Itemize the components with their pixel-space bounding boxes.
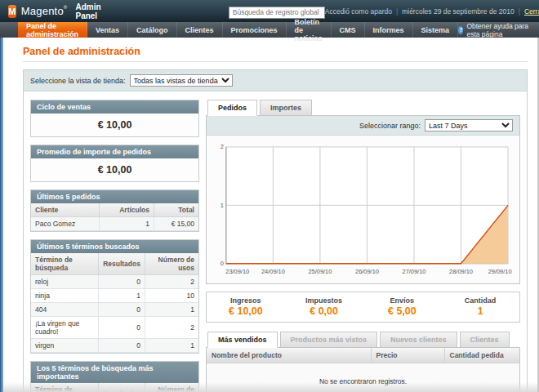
last-orders-body: Paco Gomez1€ 15,00 xyxy=(31,217,198,231)
svg-text:23/09/10: 23/09/10 xyxy=(225,268,249,275)
logout-link[interactable]: Cerrar Sesión xyxy=(524,7,539,16)
col-nombre-del-producto: Nombre del producto xyxy=(207,348,371,363)
nav-item-sistema[interactable]: Sistema xyxy=(413,22,459,38)
stat-value: € 0,00 xyxy=(285,305,363,317)
global-search-input[interactable] xyxy=(229,7,325,19)
nav-item-catalogo[interactable]: Catálogo xyxy=(128,22,177,38)
help-link[interactable]: ? Obtener ayuda para esta página xyxy=(458,22,539,38)
store-view-label: Seleccione la vista de tienda: xyxy=(30,77,126,85)
orders-chart: 01223/09/1024/09/1025/09/1026/09/1027/09… xyxy=(207,136,519,283)
svg-text:28/09/10: 28/09/10 xyxy=(449,268,473,275)
last-search-header: Término de búsquedaResultadosNúmero de u… xyxy=(31,253,198,275)
last-orders-header: ClienteArtículosTotal xyxy=(31,203,198,217)
logged-in-as: Accedió como apardo xyxy=(325,7,392,16)
dashboard-container: Seleccione la vista de tienda: Todas las… xyxy=(23,69,528,392)
totals-bar: Ingresos€ 10,00Impuestos€ 0,00Envíos€ 5,… xyxy=(206,292,520,323)
last-search-title: Últimos 5 términos buscados xyxy=(31,240,198,253)
range-bar: Seleccionar rango: Last 7 Days xyxy=(207,116,519,136)
cell-num: € 15,00 xyxy=(154,217,198,231)
svg-text:29/09/10: 29/09/10 xyxy=(488,268,512,275)
nav-item-informes[interactable]: Informes xyxy=(365,22,413,38)
tab-importes[interactable]: Importes xyxy=(260,100,312,116)
cell-num: 1 xyxy=(99,289,145,303)
top-search-title: Los 5 términos de búsqueda más important… xyxy=(31,362,198,383)
col-precio: Precio xyxy=(371,348,444,363)
tab-clientes[interactable]: Clientes xyxy=(460,332,510,348)
tab-productos-mas-vistos[interactable]: Productos más vistos xyxy=(280,332,378,348)
main-nav: Panel de administraciónVentasCatálogoCli… xyxy=(0,22,539,38)
logo-title-text: Magento xyxy=(21,5,64,17)
stat-label: Envíos xyxy=(363,296,442,305)
col-articulos: Artículos xyxy=(100,203,154,217)
table-row[interactable]: ninja110 xyxy=(31,289,198,303)
last-orders-title: Últimos 5 pedidos xyxy=(31,190,198,203)
cell-term: reloj xyxy=(31,275,99,289)
store-view-select[interactable]: Todas las vistas de tienda xyxy=(130,74,233,87)
cell-num: 10 xyxy=(145,289,198,303)
help-label: Obtener ayuda para esta página xyxy=(466,22,529,38)
cell-term: 404 xyxy=(31,303,99,317)
top-header: M Magento® Admin Panel Accedió como apar… xyxy=(0,0,539,22)
svg-text:2: 2 xyxy=(220,143,224,150)
col-cliente: Cliente xyxy=(31,203,100,217)
stat-cantidad: Cantidad1 xyxy=(441,296,519,317)
last-search-widget: Últimos 5 términos buscados Término de b… xyxy=(30,239,199,354)
cell-num: 0 xyxy=(99,275,145,289)
separator: | xyxy=(519,7,520,16)
col-termino-de-busqueda: Término de búsqueda xyxy=(31,253,99,275)
orders-chart-panel: Seleccionar rango: Last 7 Days 01223/09/… xyxy=(206,115,520,284)
col-resultados: Resultados xyxy=(99,253,145,275)
cell-term: ninja xyxy=(31,289,99,303)
cell-num: 0 xyxy=(99,303,145,317)
cell-term: ¡La virgen que cuadro! xyxy=(31,317,99,339)
nav-item-panel-de-administracion[interactable]: Panel de administración xyxy=(18,22,87,38)
magento-logo: M Magento® Admin Panel xyxy=(8,2,106,20)
nav-item-ventas[interactable]: Ventas xyxy=(87,22,128,38)
orders-area-chart-svg: 01223/09/1024/09/1025/09/1026/09/1027/09… xyxy=(212,140,513,277)
logo-title: Magento® xyxy=(21,5,68,17)
window-left-edge xyxy=(0,38,3,392)
stat-value: € 10,00 xyxy=(207,305,285,317)
last-search-body: reloj02ninja11040401¡La virgen que cuadr… xyxy=(31,275,198,353)
page-title: Panel de administración xyxy=(23,46,528,62)
cell-num: 2 xyxy=(145,275,198,289)
cell-term: Paco Gomez xyxy=(31,217,100,231)
tab-pedidos[interactable]: Pedidos xyxy=(207,100,257,116)
stat-label: Impuestos xyxy=(285,296,363,305)
table-row[interactable]: 40401 xyxy=(31,303,198,317)
average-orders-title: Promedio de importe de pedidos xyxy=(31,145,198,158)
cell-num: 0 xyxy=(99,317,145,339)
cell-term: virgen xyxy=(31,339,99,353)
stat-value: € 5,00 xyxy=(363,305,442,317)
nav-item-cms[interactable]: CMS xyxy=(332,22,365,38)
table-row[interactable]: virgen01 xyxy=(31,339,198,353)
stat-impuestos: Impuestos€ 0,00 xyxy=(285,296,363,317)
tab-nuevos-clientes[interactable]: Nuevos clientes xyxy=(380,332,457,348)
nav-item-clientes[interactable]: Clientes xyxy=(177,22,223,38)
table-row[interactable]: ¡La virgen que cuadro!02 xyxy=(31,317,198,339)
store-view-bar: Seleccione la vista de tienda: Todas las… xyxy=(24,70,527,91)
table-header-row: Término de búsquedaResultadosNúmero de u… xyxy=(31,253,198,275)
left-column: Ciclo de ventas € 10,00 Promedio de impo… xyxy=(30,100,199,392)
average-orders-widget: Promedio de importe de pedidos € 10,00 xyxy=(30,145,199,182)
cell-num: 0 xyxy=(99,339,145,353)
table-row[interactable]: reloj02 xyxy=(31,275,198,289)
last-orders-widget: Últimos 5 pedidos ClienteArtículosTotalP… xyxy=(30,189,199,232)
svg-text:1: 1 xyxy=(220,202,224,209)
stat-label: Ingresos xyxy=(207,296,285,305)
magento-logo-icon: M xyxy=(8,5,16,18)
range-label: Seleccionar rango: xyxy=(359,122,421,130)
tab-mas-vendidos[interactable]: Más vendidos xyxy=(207,332,278,348)
range-select[interactable]: Last 7 Days xyxy=(425,119,513,131)
table-row[interactable]: Paco Gomez1€ 15,00 xyxy=(31,217,198,231)
right-column: PedidosImportes Seleccionar rango: Last … xyxy=(206,100,520,392)
stat-label: Cantidad xyxy=(441,296,519,305)
stat-envios: Envíos€ 5,00 xyxy=(363,296,442,317)
global-search xyxy=(229,3,325,19)
svg-text:25/09/10: 25/09/10 xyxy=(308,268,332,275)
stat-value: 1 xyxy=(441,305,519,317)
nav-item-promociones[interactable]: Promociones xyxy=(223,22,287,38)
nav-item-boletin-de-noticias[interactable]: Boletín de noticias xyxy=(287,22,332,38)
table-header-row: ClienteArtículosTotal xyxy=(31,203,198,217)
lifetime-sales-value: € 10,00 xyxy=(31,114,198,136)
